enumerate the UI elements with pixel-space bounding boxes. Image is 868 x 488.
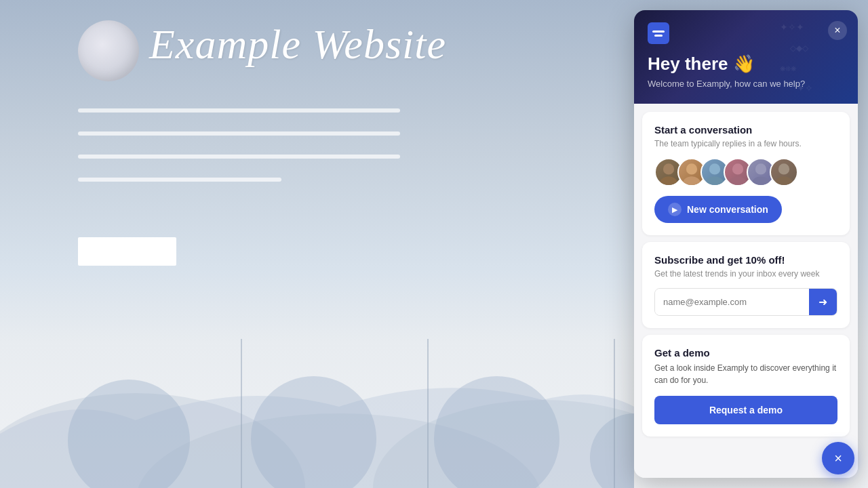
content-lines [78, 108, 400, 201]
avatar-6 [770, 158, 798, 186]
svg-text:◇◆◇: ◇◆◇ [790, 43, 809, 53]
chat-greeting: Hey there 👋 [648, 54, 844, 75]
content-line-2 [78, 131, 400, 136]
svg-point-13 [706, 176, 723, 185]
svg-point-18 [778, 163, 789, 174]
subscribe-card: Subscribe and get 10% off! Get the lates… [642, 242, 850, 328]
svg-point-8 [663, 163, 674, 174]
email-submit-button[interactable]: ➜ [809, 289, 837, 315]
vert-divider-3 [614, 339, 615, 488]
content-line-4 [78, 178, 281, 182]
svg-point-14 [732, 163, 743, 174]
conversation-card-title: Start a conversation [654, 124, 837, 136]
demo-title: Get a demo [654, 347, 837, 359]
svg-point-17 [752, 176, 769, 185]
moon-decoration [78, 20, 139, 81]
chat-header: ✦✧✦ ◇◆◇ ❋❊❋ ✦✧ ◈◉◈ × Hey there 👋 Welcome… [634, 10, 858, 104]
demo-desc: Get a look inside Examply to discover ev… [654, 362, 837, 386]
new-conversation-button[interactable]: ▶ New conversation [654, 196, 782, 223]
chat-widget: ✦✧✦ ◇◆◇ ❋❊❋ ✦✧ ◈◉◈ × Hey there 👋 Welcome… [634, 10, 858, 478]
conversation-card-desc: The team typically replies in a few hour… [654, 139, 837, 148]
demo-card: Get a demo Get a look inside Examply to … [642, 335, 850, 436]
new-conv-label: New conversation [687, 204, 768, 215]
float-close-button[interactable]: × [822, 442, 854, 474]
website-content: Example Website [0, 0, 634, 488]
website-button-placeholder [78, 237, 176, 266]
conversation-card: Start a conversation The team typically … [642, 112, 850, 235]
email-submit-icon: ➜ [818, 296, 827, 308]
content-line-3 [78, 155, 400, 159]
request-demo-button[interactable]: Request a demo [654, 396, 837, 424]
email-row: ➜ [654, 288, 837, 316]
svg-point-9 [660, 176, 677, 185]
svg-point-12 [709, 163, 720, 174]
content-line-1 [78, 108, 400, 113]
logo-bar-2 [654, 35, 663, 37]
vert-divider-2 [427, 339, 429, 488]
chat-logo [648, 22, 844, 44]
logo-bar-1 [652, 30, 665, 33]
subscribe-desc: Get the latest trends in your inbox ever… [654, 269, 837, 279]
new-conv-icon: ▶ [668, 203, 682, 216]
logo-icon [648, 22, 669, 44]
svg-point-11 [683, 176, 700, 185]
email-input[interactable] [655, 289, 809, 315]
vert-divider-1 [241, 339, 242, 488]
close-button[interactable]: × [828, 21, 847, 40]
website-title: Example Website [149, 20, 446, 68]
subscribe-title: Subscribe and get 10% off! [654, 254, 837, 266]
chat-body: Start a conversation The team typically … [634, 104, 858, 478]
svg-point-16 [755, 163, 766, 174]
chat-subtitle: Welcome to Examply, how can we help? [648, 79, 844, 89]
avatars-row [654, 158, 837, 186]
svg-point-19 [775, 176, 792, 185]
svg-point-15 [729, 176, 746, 185]
svg-point-10 [686, 163, 697, 174]
